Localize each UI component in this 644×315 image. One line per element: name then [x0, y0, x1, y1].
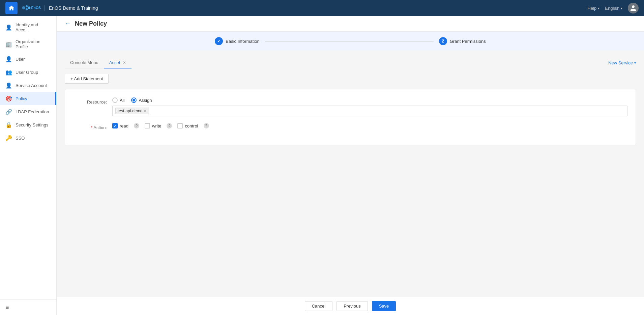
action-row: Action: read ? write	[73, 123, 627, 130]
top-bar-right: Help ▾ English ▾	[588, 3, 639, 13]
add-statement-label: + Add Statement	[70, 76, 103, 81]
radio-all[interactable]: All	[112, 97, 124, 103]
step-1-label: Basic Information	[226, 39, 259, 44]
avatar[interactable]	[628, 3, 639, 13]
app-container: EnOS EnOS Demo & Training Help ▾ English…	[0, 0, 644, 315]
ldap-icon: 🔗	[5, 109, 12, 115]
resource-controls: All Assign test-api-demo ✕	[112, 97, 627, 116]
write-help-icon[interactable]: ?	[167, 123, 172, 128]
write-checkbox[interactable]	[145, 123, 150, 128]
page-header: ← New Policy	[57, 16, 644, 32]
previous-button[interactable]: Previous	[336, 301, 368, 311]
logo-brand: EnOS	[22, 3, 42, 13]
radio-assign[interactable]: Assign	[131, 97, 152, 103]
policy-content: Console Menu Asset ✕ New Service ▾ + Add…	[57, 51, 644, 297]
sidebar-item-label: Organization Profile	[16, 39, 51, 49]
identity-icon: 👤	[5, 24, 12, 31]
new-service-button[interactable]: New Service ▾	[608, 60, 636, 65]
sidebar-item-label: User	[16, 57, 25, 62]
radio-group: All Assign	[112, 97, 627, 103]
tab-bar: Console Menu Asset ✕ New Service ▾	[65, 57, 636, 68]
app-title: EnOS Demo & Training	[45, 5, 98, 11]
new-service-label: New Service	[608, 60, 633, 65]
add-statement-button[interactable]: + Add Statement	[65, 74, 109, 84]
statement-card: Resource: All Assign	[65, 89, 636, 145]
step-1: ✓ Basic Information	[215, 37, 259, 45]
svg-point-0	[22, 6, 25, 9]
sidebar-item-service-account[interactable]: 👤 Service Account	[0, 79, 56, 92]
svg-point-1	[26, 5, 28, 7]
step-2-circle: 2	[439, 37, 447, 45]
footer-bar: Cancel Previous Save	[57, 297, 644, 315]
resource-tag-input[interactable]: test-api-demo ✕	[112, 106, 627, 116]
main-layout: 👤 Identity and Acce... 🏢 Organization Pr…	[0, 16, 644, 315]
svg-point-3	[26, 8, 28, 10]
read-checkbox[interactable]	[112, 123, 118, 128]
step-1-circle: ✓	[215, 37, 223, 45]
svg-text:EnOS: EnOS	[31, 5, 41, 9]
sidebar-item-label: SSO	[16, 136, 25, 141]
tab-console-menu[interactable]: Console Menu	[65, 57, 104, 68]
control-checkbox[interactable]	[177, 123, 183, 128]
sidebar-item-label: Service Account	[16, 83, 47, 88]
page-title: New Policy	[75, 20, 107, 27]
sidebar-item-label: Identity and Acce...	[16, 22, 51, 32]
resource-label: Resource:	[73, 97, 107, 105]
lang-chevron-icon: ▾	[621, 6, 622, 10]
radio-all-circle	[112, 97, 118, 103]
stepper-bar: ✓ Basic Information 2 Grant Permissions	[57, 32, 644, 51]
step-line	[265, 41, 434, 41]
back-button[interactable]: ←	[65, 20, 71, 27]
checkbox-group: read ? write ? control	[112, 123, 627, 128]
sidebar-item-ldap-federation[interactable]: 🔗 LDAP Federation	[0, 105, 56, 118]
sidebar-item-label: Security Settings	[16, 122, 49, 127]
sso-icon: 🔑	[5, 135, 12, 141]
user-group-icon: 👥	[5, 69, 12, 76]
read-label: read	[120, 123, 128, 128]
sidebar-item-label: User Group	[16, 70, 38, 75]
action-write[interactable]: write	[145, 123, 161, 128]
save-button[interactable]: Save	[372, 301, 396, 311]
write-label: write	[152, 123, 161, 128]
sidebar: 👤 Identity and Acce... 🏢 Organization Pr…	[0, 16, 57, 315]
sidebar-item-sso[interactable]: 🔑 SSO	[0, 132, 56, 145]
resource-tag-value: test-api-demo	[118, 109, 142, 113]
sidebar-item-policy[interactable]: 🎯 Policy	[0, 92, 56, 105]
language-button[interactable]: English ▾	[605, 6, 622, 11]
control-help-icon[interactable]: ?	[204, 123, 209, 128]
tab-asset-close-icon[interactable]: ✕	[123, 60, 126, 65]
service-account-icon: 👤	[5, 82, 12, 89]
control-label: control	[185, 123, 198, 128]
stepper: ✓ Basic Information 2 Grant Permissions	[215, 37, 486, 45]
sidebar-nav: 👤 Identity and Acce... 🏢 Organization Pr…	[0, 16, 56, 299]
sidebar-item-organization-profile[interactable]: 🏢 Organization Profile	[0, 36, 56, 53]
top-bar-left: EnOS EnOS Demo & Training	[5, 2, 98, 14]
sidebar-item-user-group[interactable]: 👥 User Group	[0, 66, 56, 79]
radio-all-label: All	[120, 98, 124, 103]
action-control[interactable]: control	[177, 123, 198, 128]
sidebar-item-label: LDAP Federation	[16, 109, 49, 114]
resource-tag-close-icon[interactable]: ✕	[144, 109, 147, 113]
sidebar-item-user[interactable]: 👤 User	[0, 53, 56, 66]
svg-point-2	[28, 6, 31, 9]
user-icon: 👤	[5, 56, 12, 62]
logo-area: EnOS EnOS Demo & Training	[22, 3, 98, 13]
sidebar-item-label: Policy	[16, 96, 27, 101]
tab-asset[interactable]: Asset ✕	[104, 57, 131, 68]
help-button[interactable]: Help ▾	[588, 6, 600, 11]
sidebar-bottom: ≡	[0, 299, 56, 315]
home-button[interactable]	[5, 2, 18, 14]
cancel-button[interactable]: Cancel	[305, 301, 332, 311]
new-service-chevron-icon: ▾	[634, 61, 636, 65]
collapse-icon[interactable]: ≡	[5, 304, 9, 311]
action-label: Action:	[73, 123, 107, 130]
action-read[interactable]: read	[112, 123, 128, 128]
radio-assign-circle	[131, 97, 137, 103]
resource-row: Resource: All Assign	[73, 97, 627, 116]
step-2: 2 Grant Permissions	[439, 37, 486, 45]
sidebar-item-identity[interactable]: 👤 Identity and Acce...	[0, 19, 56, 36]
tab-list: Console Menu Asset ✕	[65, 57, 131, 68]
read-help-icon[interactable]: ?	[134, 123, 139, 128]
policy-icon: 🎯	[5, 95, 12, 102]
sidebar-item-security-settings[interactable]: 🔒 Security Settings	[0, 118, 56, 132]
